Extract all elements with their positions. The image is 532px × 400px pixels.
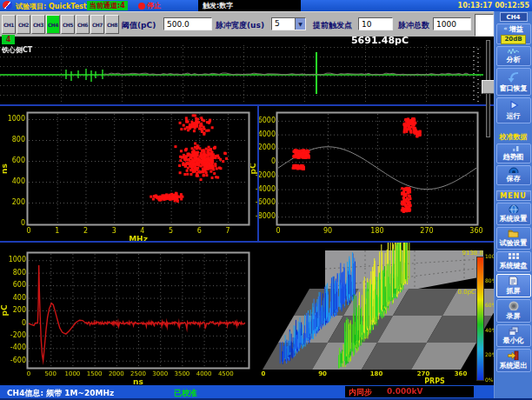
test-settings-button[interactable]: 试验设置	[496, 227, 531, 250]
channel-button-ch1[interactable]: CH1	[2, 15, 16, 34]
channel-button-ch3[interactable]: CH3	[31, 15, 45, 34]
sensor-label: 铁心侧CT	[2, 45, 32, 55]
sidebar: CH4 « 增益 20dB 分析 窗口恢复 运行	[494, 11, 532, 400]
system-keyboard-button[interactable]: 系统键盘	[496, 251, 531, 272]
pulse-total-label: 脉冲总数	[398, 20, 429, 31]
peak-charge-readout: 5691.48pC	[346, 35, 409, 46]
channel-button-ch5[interactable]: CH5	[61, 15, 75, 34]
calibration-data-button[interactable]: 校准数据	[495, 132, 532, 142]
divider	[257, 106, 259, 241]
voltage-readout: 0.000kV	[387, 387, 422, 396]
project-label: 试验项目: QuickTest	[16, 2, 87, 11]
screen-capture-button[interactable]: 抓屏	[496, 274, 531, 297]
toolbar: CH1 CH2 CH3 CH4 CH5 CH6 CH7 CH8 阈值(pC) 脉…	[0, 11, 494, 37]
minimize-button[interactable]: 最小化	[496, 324, 531, 347]
trend-bars-icon	[509, 145, 519, 151]
app-logo-icon	[3, 1, 12, 10]
restore-arrow-icon	[508, 71, 520, 83]
threshold-input[interactable]	[163, 17, 212, 30]
title-bar: 试验项目: QuickTest 当前通道:4 停止 触发:数字 10:13:17…	[0, 0, 532, 11]
screen-record-button[interactable]: 录屏	[496, 299, 531, 323]
system-settings-button[interactable]: 系统设置	[496, 203, 531, 225]
minimize-windows-icon	[509, 326, 519, 335]
pulse-width-label: 脉冲宽度(us)	[216, 20, 264, 31]
exit-arrow-icon	[508, 350, 519, 360]
gain-step-icon: «	[503, 25, 508, 32]
globe-icon	[509, 204, 519, 213]
keyboard-grid-icon	[509, 253, 519, 260]
play-icon	[509, 100, 519, 110]
waveform-analysis-icon	[508, 48, 519, 54]
trigger-mode-box: 触发:数字	[198, 0, 301, 11]
analysis-button[interactable]: 分析	[496, 46, 531, 66]
menu-separator: MENU	[496, 190, 531, 201]
clock: 10:13:17 00:12:55	[458, 2, 529, 10]
sync-mode-label: 内同步	[349, 387, 372, 398]
divider	[0, 241, 494, 243]
pulse-width-select[interactable]: 5 ▼	[271, 17, 306, 30]
channel-button-ch6[interactable]: CH6	[76, 15, 90, 34]
tf-scatter-chart	[0, 106, 250, 241]
window-restore-button[interactable]: 窗口恢复	[496, 68, 531, 96]
channel-number-badge: 4	[2, 35, 15, 44]
sidebar-channel-tab[interactable]: CH4	[500, 12, 528, 22]
dropdown-arrow-icon[interactable]: ▼	[295, 18, 305, 30]
trend-chart-button[interactable]: 趋势图	[496, 143, 531, 163]
stop-label: 停止	[147, 1, 161, 10]
save-disc-icon	[509, 167, 519, 173]
record-sphere-icon	[509, 301, 519, 310]
folder-icon	[508, 229, 519, 237]
pulse-train-chart	[0, 37, 483, 106]
run-button[interactable]: 运行	[496, 97, 531, 123]
pulse-total-input[interactable]	[433, 17, 471, 30]
stop-icon	[138, 3, 145, 10]
channel-button-ch2[interactable]: CH2	[17, 15, 30, 34]
prpd-chart	[250, 106, 494, 241]
channel-button-ch7[interactable]: CH7	[90, 15, 104, 34]
scale-slider-handle[interactable]	[482, 80, 495, 94]
divider	[0, 104, 494, 106]
pulse-wave-chart	[0, 243, 261, 385]
gain-value-badge: 20dB	[501, 35, 525, 44]
stop-status: 停止	[138, 1, 161, 10]
gain-button[interactable]: « 增益 20dB	[496, 23, 531, 44]
status-bar: CH4信息: 频带 1M~20MHz 已校准 内同步 0.000kV	[0, 385, 494, 398]
app-window: 试验项目: QuickTest 当前通道:4 停止 触发:数字 10:13:17…	[0, 0, 532, 400]
toolbar-spacer-box	[475, 14, 494, 37]
channel-button-ch8[interactable]: CH8	[105, 15, 119, 34]
sync-voltage-box: 内同步 0.000kV	[345, 386, 474, 397]
prps-3d-chart	[261, 243, 494, 385]
channel-button-ch4[interactable]: CH4	[46, 15, 60, 34]
pulse-width-value: 5	[272, 18, 295, 30]
pretrigger-label: 提前触发点	[313, 20, 352, 31]
gain-label: 增益	[509, 24, 523, 34]
current-channel-badge: 当前通道:4	[87, 1, 128, 10]
pretrigger-input[interactable]	[358, 17, 393, 30]
system-exit-button[interactable]: 系统退出	[496, 349, 531, 372]
threshold-label: 阈值(pC)	[122, 20, 156, 31]
save-button[interactable]: 保存	[496, 165, 531, 185]
capture-page-icon	[509, 276, 518, 285]
